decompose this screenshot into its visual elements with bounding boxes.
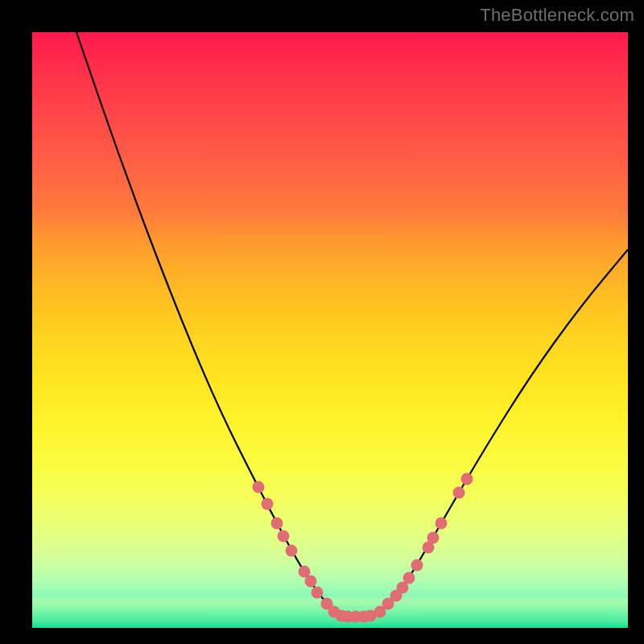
watermark-label: TheBottleneck.com [480, 5, 634, 26]
curve-marker [312, 587, 324, 599]
curve-marker [403, 572, 415, 584]
curve-marker [411, 559, 423, 572]
curve-marker [271, 518, 283, 530]
curve-marker [461, 473, 473, 485]
curve-marker [286, 545, 298, 557]
curve-marker [453, 487, 465, 499]
plot-area [32, 32, 628, 628]
chart-frame: TheBottleneck.com [0, 0, 644, 644]
curve-marker [278, 530, 290, 543]
curve-markers [253, 473, 473, 623]
bottleneck-curve [76, 32, 628, 617]
curve-marker [262, 498, 274, 510]
curve-marker [253, 481, 265, 493]
curve-marker [436, 518, 448, 530]
curve-layer [32, 32, 628, 628]
curve-marker [305, 576, 317, 588]
curve-marker [427, 532, 440, 544]
